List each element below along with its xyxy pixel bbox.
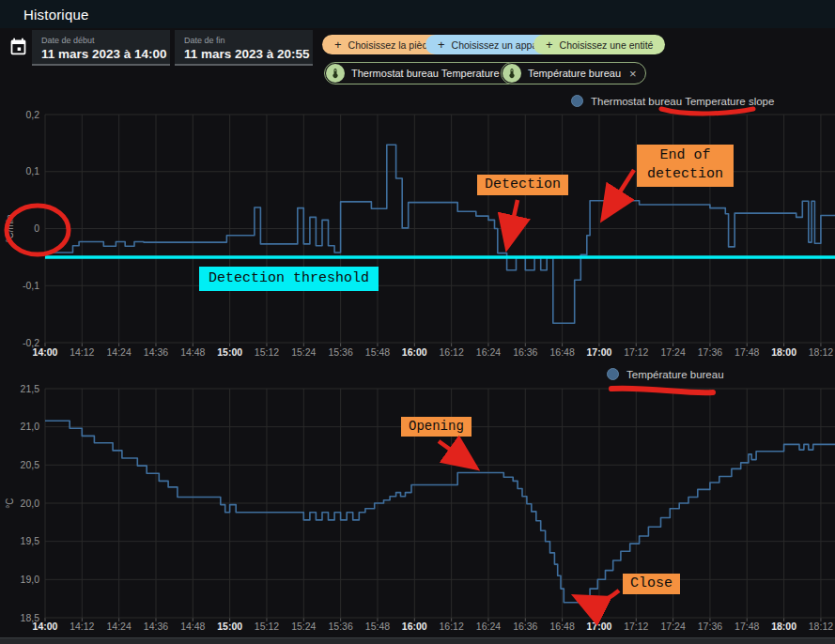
svg-text:17:48: 17:48: [734, 346, 759, 358]
svg-text:14:12: 14:12: [70, 346, 94, 358]
legend-temperature-slope[interactable]: Thermostat bureau Temperature slope: [571, 95, 774, 107]
svg-text:20,5: 20,5: [21, 459, 40, 470]
svg-text:14:24: 14:24: [107, 621, 131, 632]
svg-text:0,2: 0,2: [25, 109, 39, 120]
svg-text:15:00: 15:00: [217, 346, 242, 358]
svg-text:16:48: 16:48: [549, 346, 574, 358]
legend-dot-icon: [571, 95, 583, 107]
svg-text:21,0: 21,0: [21, 421, 40, 432]
svg-text:-0,1: -0,1: [23, 280, 39, 291]
svg-text:14:48: 14:48: [180, 621, 205, 632]
legend-label: Température bureau: [626, 369, 724, 380]
annotation-opening: Opening: [401, 417, 472, 437]
svg-text:14:36: 14:36: [144, 346, 168, 358]
svg-text:16:24: 16:24: [476, 346, 501, 358]
svg-text:-0,2: -0,2: [23, 337, 39, 348]
svg-text:19,0: 19,0: [21, 574, 40, 585]
svg-text:0,1: 0,1: [25, 165, 39, 176]
series-line: [45, 421, 835, 603]
svg-text:17:36: 17:36: [698, 621, 722, 632]
legend-dot-icon: [607, 368, 619, 380]
svg-text:14:36: 14:36: [144, 621, 168, 632]
svg-text:17:36: 17:36: [698, 346, 722, 358]
svg-text:15:48: 15:48: [365, 346, 390, 358]
svg-text:0: 0: [34, 222, 39, 234]
svg-text:14:24: 14:24: [107, 346, 131, 358]
svg-text:16:24: 16:24: [476, 621, 501, 632]
svg-text:16:00: 16:00: [402, 346, 427, 358]
svg-text:15:12: 15:12: [255, 621, 279, 632]
svg-text:15:48: 15:48: [365, 621, 390, 632]
svg-text:16:12: 16:12: [439, 346, 463, 358]
svg-text:19,5: 19,5: [21, 535, 40, 546]
svg-text:14:12: 14:12: [70, 621, 94, 632]
svg-text:17:12: 17:12: [624, 621, 648, 632]
annotation-detection-threshold: Detection threshold: [199, 267, 379, 291]
svg-text:17:24: 17:24: [660, 346, 685, 358]
svg-text:17:48: 17:48: [734, 621, 759, 632]
svg-text:°C/min: °C/min: [5, 214, 15, 242]
svg-text:16:36: 16:36: [513, 346, 537, 358]
svg-text:16:36: 16:36: [513, 621, 537, 632]
svg-text:21,5: 21,5: [21, 383, 40, 394]
svg-text:14:00: 14:00: [33, 346, 58, 358]
svg-text:17:24: 17:24: [660, 621, 685, 632]
svg-text:18:00: 18:00: [771, 346, 796, 358]
svg-text:17:12: 17:12: [624, 346, 648, 358]
svg-text:18:12: 18:12: [809, 346, 833, 358]
svg-text:15:36: 15:36: [328, 346, 352, 358]
legend-label: Thermostat bureau Temperature slope: [591, 96, 774, 107]
svg-text:15:36: 15:36: [328, 621, 352, 632]
svg-text:17:00: 17:00: [587, 346, 612, 358]
svg-text:15:12: 15:12: [255, 346, 279, 358]
svg-text:15:00: 15:00: [217, 621, 242, 632]
svg-text:16:00: 16:00: [402, 621, 427, 632]
svg-text:°C: °C: [5, 498, 15, 508]
next-card-edge: [0, 637, 835, 644]
svg-text:20,0: 20,0: [21, 498, 40, 509]
svg-text:18,5: 18,5: [21, 612, 40, 623]
annotation-end-of-detection: End of detection: [637, 145, 734, 187]
svg-text:18:00: 18:00: [771, 621, 796, 632]
svg-text:16:48: 16:48: [549, 621, 574, 632]
svg-text:15:24: 15:24: [291, 621, 316, 632]
annotation-detection: Detection: [477, 175, 568, 195]
svg-text:15:24: 15:24: [291, 346, 316, 358]
svg-text:17:00: 17:00: [587, 621, 612, 632]
svg-text:14:48: 14:48: [180, 346, 205, 358]
svg-text:16:12: 16:12: [439, 621, 463, 632]
legend-temperature-bureau[interactable]: Température bureau: [607, 368, 724, 380]
svg-text:18:12: 18:12: [809, 621, 833, 632]
annotation-close: Close: [623, 574, 680, 594]
